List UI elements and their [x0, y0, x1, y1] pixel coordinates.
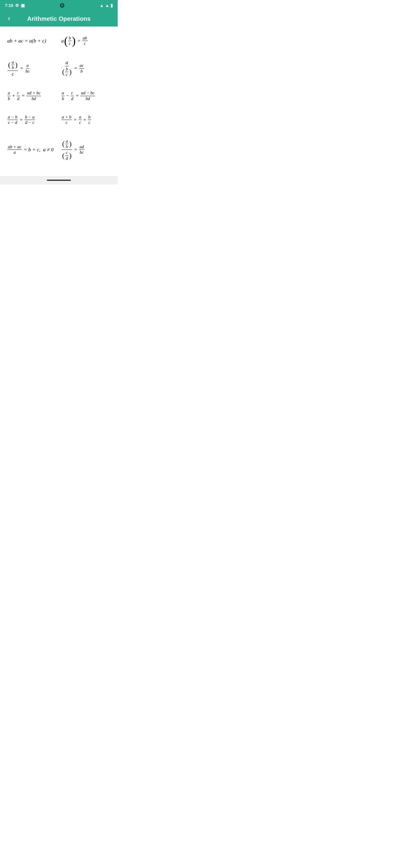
frac-ab-over-c: ( a b ) c	[7, 60, 18, 78]
frac-a-over-bc: a ( b c )	[62, 60, 72, 78]
frac-ab-over-cd: ( a b ) ( c d )	[62, 138, 72, 161]
settings-icon: ⚙	[15, 3, 19, 8]
frac-a-b2: a b	[61, 90, 64, 101]
frac-bma-dmc: b − a d − c	[24, 115, 35, 125]
formula-4: a ( b c ) = ac b	[59, 57, 113, 81]
frac-apb-c: a + b c	[61, 115, 72, 125]
status-right: ▲ ▲ ▮	[99, 3, 113, 8]
frac-c-d: c d	[17, 90, 20, 101]
frac-adbc-bd: ad + bc bd	[26, 90, 41, 101]
formula-9: ab + ac a = b + c, a ≠ 0	[5, 135, 59, 164]
formula-2: a ( b c ) = ab c	[59, 33, 113, 50]
formula-7: a − b c − d = b − a d − c	[5, 112, 59, 128]
camera-notch	[60, 3, 64, 7]
formula-3: ( a b ) c = a bc	[5, 57, 59, 81]
frac-abac-a: ab + ac a	[7, 144, 22, 155]
signal-icon: ▲	[105, 3, 109, 8]
lparen: (	[64, 36, 68, 46]
frac-amb-cmd: a − b c − d	[7, 115, 18, 125]
frac-b-c: b c	[88, 115, 91, 125]
frac-adbc-bd2: ad − bc bd	[80, 90, 95, 101]
frac-a-bc: a bc	[25, 63, 30, 74]
status-left: 7:16 ⚙ ▣	[5, 3, 25, 8]
formula-1: ab + ac = a(b + c)	[5, 33, 59, 50]
frac-a-b: a b	[7, 90, 10, 101]
formula-5: a b + c d = ad + bc bd	[5, 87, 59, 104]
frac-ad-bc: ad bc	[79, 144, 85, 155]
battery-icon: ▮	[110, 3, 113, 8]
page-title: Arithmetic Operations	[18, 16, 99, 22]
formula-8: a + b c = a c + b c	[59, 112, 113, 128]
status-bar: 7:16 ⚙ ▣ ▲ ▲ ▮	[0, 0, 118, 11]
frac-ab-c: ab c	[82, 36, 87, 46]
frac-b-c: b c	[68, 36, 71, 46]
time-display: 7:16	[5, 3, 13, 8]
nav-pill	[47, 180, 71, 181]
sim-icon: ▣	[21, 3, 25, 8]
nav-bar	[0, 176, 118, 184]
frac-ac-b: ac b	[79, 63, 85, 74]
frac-c-d2: c d	[70, 90, 74, 101]
app-bar: Arithmetic Operations	[0, 11, 118, 27]
rparen: )	[72, 36, 76, 46]
back-button[interactable]	[4, 13, 15, 24]
formulas-grid: ab + ac = a(b + c) a ( b c ) = ab c (	[0, 27, 118, 176]
formula-10: ( a b ) ( c d ) = ad	[59, 135, 113, 164]
formula-6: a b − c d = ad − bc bd	[59, 87, 113, 104]
wifi-icon: ▲	[99, 3, 104, 8]
formula-1-text: ab + ac = a(b + c)	[7, 38, 46, 44]
frac-a-c: a c	[79, 115, 82, 125]
